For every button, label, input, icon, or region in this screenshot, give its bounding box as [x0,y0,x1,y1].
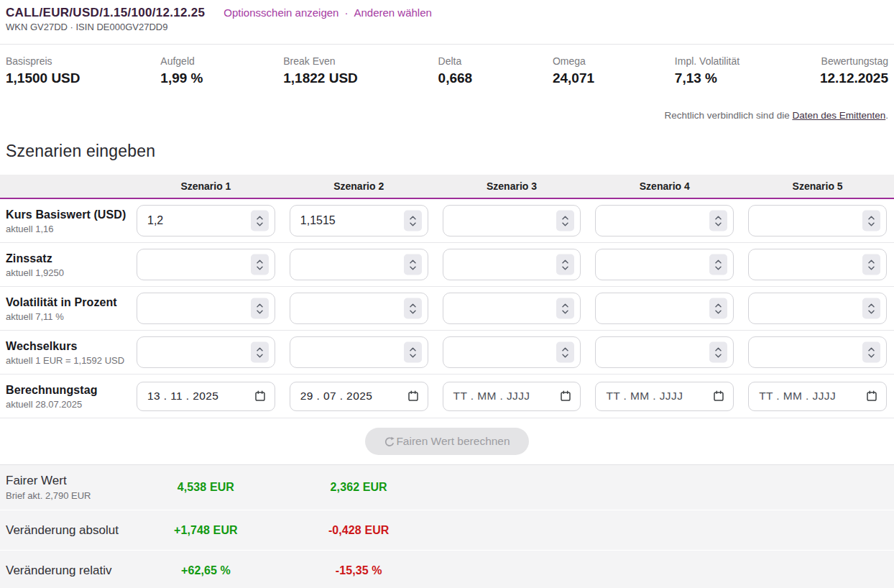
number-stepper-icon[interactable] [251,211,269,231]
number-stepper-icon[interactable] [404,342,422,363]
result-label-fairer-wert: Fairer Wert Brief akt. 2,790 EUR [0,474,129,501]
calendar-icon[interactable] [866,390,877,402]
row-wechselkurs: Wechselkurs aktuell 1 EUR = 1,1592 USD [0,331,894,375]
veraenderung-relativ-szenario-2: -15,35 % [282,564,436,577]
number-stepper-icon[interactable] [404,298,422,319]
veraenderung-relativ-szenario-1: +62,65 % [129,564,282,577]
input-kurs-basiswert-szenario-4[interactable] [595,205,734,236]
key-figures-bar: Basispreis 1,1500 USD Aufgeld 1,99 % Bre… [0,44,894,101]
section-title: Szenarien eingeben [6,142,888,161]
calendar-icon[interactable] [560,390,571,402]
header-szenario-4: Szenario 4 [588,180,741,192]
input-zinssatz-szenario-4[interactable] [595,249,734,280]
row-kurs-basiswert: Kurs Basiswert (USD) aktuell 1,16 1,2 1,… [0,199,894,243]
result-label-veraenderung-relativ: Veränderung relativ [0,564,129,578]
refresh-icon [384,436,395,447]
date-placeholder: TT . MM . JJJJ [606,390,683,403]
number-stepper-icon[interactable] [556,342,574,363]
input-volatilitaet-szenario-3[interactable] [443,293,581,324]
input-value: 1,2 [147,214,163,227]
veraenderung-absolut-szenario-2: -0,428 EUR [282,524,436,537]
input-wechselkurs-szenario-5[interactable] [748,336,887,368]
header-szenario-5: Szenario 5 [741,180,894,192]
input-zinssatz-szenario-3[interactable] [443,249,581,280]
calendar-icon[interactable] [713,390,724,402]
stat-impl-volatilitaet: Impl. Volatilität 7,13 % [675,55,739,86]
wkn-isin-line: WKN GV27DD · ISIN DE000GV27DD9 [6,22,888,32]
input-zinssatz-szenario-5[interactable] [748,249,887,280]
stat-aufgeld: Aufgeld 1,99 % [160,55,203,86]
number-stepper-icon[interactable] [251,342,269,363]
scenario-table-header: Szenario 1 Szenario 2 Szenario 3 Szenari… [0,175,894,199]
number-stepper-icon[interactable] [709,298,727,319]
date-input-berechnungstag-szenario-5[interactable]: TT . MM . JJJJ [748,382,887,411]
number-stepper-icon[interactable] [862,342,880,363]
disclaimer-suffix: . [885,110,888,121]
input-volatilitaet-szenario-2[interactable] [290,293,428,324]
input-volatilitaet-szenario-1[interactable] [137,293,275,324]
input-zinssatz-szenario-1[interactable] [137,249,275,280]
disclaimer-text: Rechtlich verbindlich sind die [665,110,793,121]
number-stepper-icon[interactable] [862,254,880,275]
date-value: 13 . 11 . 2025 [147,390,218,403]
row-label-volatilitaet: Volatilität in Prozent aktuell 7,11 % [0,295,129,322]
stat-delta: Delta 0,668 [438,55,473,86]
row-label-kurs-basiswert: Kurs Basiswert (USD) aktuell 1,16 [0,208,129,234]
instrument-title: CALL/EUR/USD/1.15/100/12.12.25 [6,6,205,19]
input-kurs-basiswert-szenario-5[interactable] [748,205,887,236]
number-stepper-icon[interactable] [862,298,880,319]
number-stepper-icon[interactable] [556,298,574,319]
row-label-zinssatz: Zinssatz aktuell 1,9250 [0,252,129,278]
date-input-berechnungstag-szenario-1[interactable]: 13 . 11 . 2025 [137,382,275,411]
number-stepper-icon[interactable] [556,211,574,231]
calculate-fair-value-button[interactable]: Fairen Wert berechnen [365,428,528,455]
header-szenario-2: Szenario 2 [282,180,436,192]
input-zinssatz-szenario-2[interactable] [290,249,428,280]
fairer-wert-szenario-1: 4,538 EUR [129,481,282,494]
choose-other-link[interactable]: Anderen wählen [354,6,431,19]
input-wechselkurs-szenario-3[interactable] [443,336,581,368]
calendar-icon[interactable] [407,390,419,402]
input-volatilitaet-szenario-5[interactable] [748,293,887,324]
number-stepper-icon[interactable] [251,298,269,319]
number-stepper-icon[interactable] [404,211,422,231]
instrument-links: Optionsschein anzeigen · Anderen wählen [224,6,432,19]
input-wechselkurs-szenario-2[interactable] [290,336,428,368]
row-label-wechselkurs: Wechselkurs aktuell 1 EUR = 1,1592 USD [0,339,129,366]
calculate-button-label: Fairen Wert berechnen [396,435,510,448]
stat-basispreis: Basispreis 1,1500 USD [6,55,80,86]
date-input-berechnungstag-szenario-2[interactable]: 29 . 07 . 2025 [290,382,428,411]
stat-omega: Omega 24,071 [553,55,594,86]
row-berechnungstag: Berechnungstag aktuell 28.07.2025 13 . 1… [0,375,894,418]
instrument-header: CALL/EUR/USD/1.15/100/12.12.25 Optionssc… [0,0,894,32]
number-stepper-icon[interactable] [709,211,727,231]
input-wechselkurs-szenario-4[interactable] [595,336,734,368]
header-szenario-3: Szenario 3 [436,180,589,192]
result-label-veraenderung-absolut: Veränderung absolut [0,523,129,538]
date-input-berechnungstag-szenario-3[interactable]: TT . MM . JJJJ [443,382,581,411]
issuer-data-link[interactable]: Daten des Emittenten [792,110,885,121]
stat-break-even: Break Even 1,1822 USD [283,55,358,86]
calendar-icon[interactable] [254,390,266,402]
number-stepper-icon[interactable] [862,211,880,231]
result-row-veraenderung-relativ: Veränderung relativ +62,65 % -15,35 % [0,550,894,588]
input-wechselkurs-szenario-1[interactable] [137,336,275,368]
result-row-fairer-wert: Fairer Wert Brief akt. 2,790 EUR 4,538 E… [0,465,894,510]
date-input-berechnungstag-szenario-4[interactable]: TT . MM . JJJJ [595,382,734,411]
scenario-calculator-page: CALL/EUR/USD/1.15/100/12.12.25 Optionssc… [0,0,894,588]
header-szenario-1: Szenario 1 [129,180,282,192]
input-kurs-basiswert-szenario-2[interactable]: 1,1515 [290,205,428,236]
number-stepper-icon[interactable] [709,254,727,275]
number-stepper-icon[interactable] [709,342,727,363]
date-placeholder: TT . MM . JJJJ [453,390,530,403]
show-warrant-link[interactable]: Optionsschein anzeigen [224,6,338,19]
number-stepper-icon[interactable] [404,254,422,275]
input-value: 1,1515 [300,214,336,227]
number-stepper-icon[interactable] [251,254,269,275]
input-kurs-basiswert-szenario-3[interactable] [443,205,581,236]
result-row-veraenderung-absolut: Veränderung absolut +1,748 EUR -0,428 EU… [0,510,894,550]
input-kurs-basiswert-szenario-1[interactable]: 1,2 [137,205,275,236]
veraenderung-absolut-szenario-1: +1,748 EUR [129,524,282,537]
input-volatilitaet-szenario-4[interactable] [595,293,734,324]
number-stepper-icon[interactable] [556,254,574,275]
